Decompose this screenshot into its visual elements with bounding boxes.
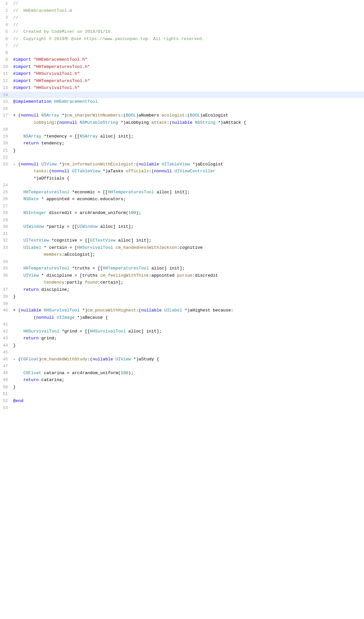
code-content bbox=[13, 363, 364, 363]
code-row: 30 UIWindow *partly = [[UIWindow alloc] … bbox=[0, 223, 364, 230]
code-token: :( bbox=[46, 169, 52, 174]
line-number bbox=[0, 251, 13, 251]
code-row: 10#import "HHTemperaturesTool.h" bbox=[0, 63, 364, 71]
code-token: HHTemperaturesTool bbox=[108, 190, 154, 195]
code-row: 31 bbox=[0, 230, 364, 237]
code-token: *partly = [[ bbox=[44, 224, 77, 229]
line-number: 16 bbox=[0, 105, 13, 112]
code-token bbox=[159, 162, 162, 167]
line-number: 3 bbox=[0, 14, 13, 21]
code-content: #import "HHTemperaturesTool.h" bbox=[13, 77, 364, 85]
code-token: BOOL bbox=[190, 113, 200, 118]
line-number: 51 bbox=[0, 391, 13, 397]
code-token: discredit = arc4random_uniform( bbox=[46, 210, 128, 215]
code-token: cm_handednessWithJackson bbox=[116, 245, 177, 250]
code-token bbox=[13, 134, 23, 139]
code-token bbox=[52, 99, 54, 104]
code-row: 28 NSInteger discredit = arc4random_unif… bbox=[0, 209, 364, 217]
line-number: 47 bbox=[0, 363, 13, 370]
code-content bbox=[13, 391, 364, 391]
code-row: 50} bbox=[0, 384, 364, 391]
code-token: // Created by CodeMixer on 2019/01/18. bbox=[13, 29, 113, 34]
line-number: 21 bbox=[0, 147, 13, 154]
code-token: UITextView bbox=[23, 238, 49, 243]
code-token bbox=[13, 141, 23, 146]
code-token: nullable bbox=[93, 357, 113, 362]
code-content: // Copyright © 2019年 @see https://www.ya… bbox=[13, 35, 364, 43]
code-token: :( bbox=[134, 162, 139, 167]
line-number: 38 bbox=[0, 293, 13, 300]
line-number: 25 bbox=[0, 189, 13, 196]
code-content: // bbox=[13, 21, 364, 29]
code-token: nullable bbox=[141, 308, 161, 313]
code-lines: 1//2// HHEmbracementTool.m3//4//5// Crea… bbox=[0, 0, 364, 411]
code-token bbox=[39, 162, 41, 167]
code-token: UIWindow bbox=[77, 224, 97, 229]
code-token: NSString bbox=[195, 120, 215, 125]
code-content: tasks:(nonnull UITableView *)aTasks offi… bbox=[13, 168, 364, 175]
code-token: :cognitive bbox=[177, 245, 203, 250]
code-content bbox=[13, 203, 364, 203]
code-row: 3// bbox=[0, 14, 364, 21]
code-token: UITableView bbox=[72, 169, 100, 174]
code-token: :( bbox=[136, 308, 141, 313]
code-row: 23- (nonnull UIView *)cm_informationWith… bbox=[0, 161, 364, 168]
code-token: #import bbox=[13, 64, 31, 69]
code-token: :( bbox=[121, 113, 126, 118]
code-row: 41 bbox=[0, 321, 364, 328]
code-content: } bbox=[13, 384, 364, 391]
code-token: :( bbox=[167, 120, 172, 125]
code-content: UIWindow *partly = [[UIWindow alloc] ini… bbox=[13, 223, 364, 230]
code-token: UIImage bbox=[57, 315, 75, 320]
code-token: + ( bbox=[13, 308, 21, 313]
code-token: // bbox=[13, 1, 18, 6]
code-token: } bbox=[13, 385, 16, 390]
code-row: 12#import "HHTemperaturesTool.h" bbox=[0, 77, 364, 85]
code-content: tendency:partly found:certain]; bbox=[13, 279, 364, 286]
code-token: return bbox=[23, 287, 39, 292]
code-content bbox=[13, 258, 364, 259]
code-row: 18 bbox=[0, 126, 364, 133]
code-token: CGFloat bbox=[21, 357, 39, 362]
code-content: HHTemperaturesTool *truths = [[HHTempera… bbox=[13, 265, 364, 272]
code-content: - (nonnull UIView *)cm_informationWithEc… bbox=[13, 161, 364, 168]
code-token bbox=[13, 197, 23, 202]
code-token: "HHEmbracementTool.h" bbox=[33, 57, 87, 62]
line-number: 27 bbox=[0, 203, 13, 210]
code-row: tasks:(nonnull UITableView *)aTasks offi… bbox=[0, 168, 364, 175]
code-row: 16 bbox=[0, 105, 364, 112]
code-token: *economic = [[ bbox=[70, 190, 108, 195]
code-token: catarina; bbox=[39, 377, 64, 382]
code-row: 25 HHTemperaturesTool *economic = [[HHTe… bbox=[0, 189, 364, 196]
code-content: *)aOfficials { bbox=[13, 175, 364, 182]
code-content: HHTemperaturesTool *economic = [[HHTempe… bbox=[13, 189, 364, 196]
code-content: + (nonnull NSArray *)cm_sharperWithNumbe… bbox=[13, 112, 364, 119]
code-row: *)aOfficials { bbox=[0, 175, 364, 182]
code-row: 29 bbox=[0, 217, 364, 224]
code-token bbox=[41, 308, 44, 313]
code-token: HHSurvivalTool bbox=[23, 329, 59, 334]
code-token: HHSurvivalTool bbox=[77, 245, 113, 250]
code-content: UIView * discipline = [truths cm_feeling… bbox=[13, 272, 364, 279]
code-token: *truths = [[ bbox=[70, 266, 103, 271]
line-number: 19 bbox=[0, 133, 13, 140]
code-token bbox=[13, 169, 33, 174]
code-token: "HHSurvivalTool.h" bbox=[33, 85, 79, 90]
code-token bbox=[13, 224, 23, 229]
line-number: 26 bbox=[0, 196, 13, 203]
line-number: 31 bbox=[0, 230, 13, 237]
code-content: NSInteger discredit = arc4random_uniform… bbox=[13, 209, 364, 217]
line-number bbox=[0, 279, 13, 279]
line-number: 14 bbox=[0, 92, 13, 98]
code-token: "HHSurvivalTool.h" bbox=[33, 71, 79, 76]
line-number: 46 bbox=[0, 356, 13, 363]
line-number bbox=[0, 119, 13, 119]
line-number: 10 bbox=[0, 63, 13, 70]
code-token: )aNumbers bbox=[136, 113, 162, 118]
line-number: 24 bbox=[0, 182, 13, 189]
code-token bbox=[13, 190, 23, 195]
code-token: + ( bbox=[13, 113, 21, 118]
line-number: 17 bbox=[0, 112, 13, 119]
code-token: discipline; bbox=[39, 287, 70, 292]
code-row: (nonnull UIImage *)aBecause { bbox=[0, 314, 364, 321]
